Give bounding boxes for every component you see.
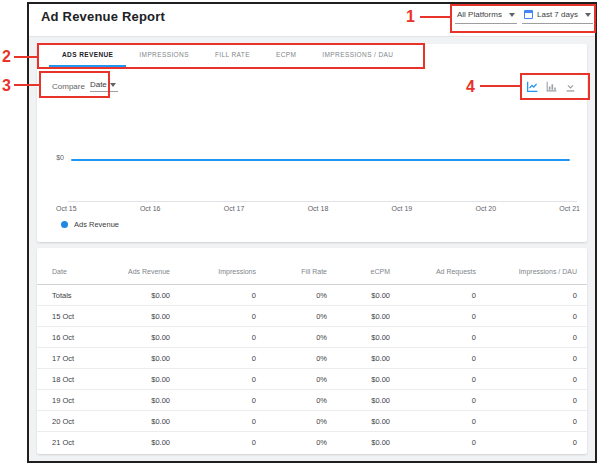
tab-impressions-dau[interactable]: IMPRESSIONS / DAU [309,44,406,67]
chart-type-toolbar [526,80,577,93]
table-cell: 0 [170,438,256,447]
table-cell: $0.00 [327,333,390,342]
compare-label: Compare [52,82,85,91]
table-cell: 0 [476,354,577,363]
annotation-line-4 [480,85,520,87]
annotation-line-2 [14,56,37,58]
table-cell: $0.00 [327,312,390,321]
table-cell: 0 [476,417,577,426]
table-cell: $0.00 [327,375,390,384]
table-cell: 0 [476,396,577,405]
table-cell: $0.00 [327,396,390,405]
annotation-line-3 [14,84,39,86]
compare-dropdown[interactable]: Compare Date [52,80,118,92]
table-cell: 0 [170,354,256,363]
table-cell: 0% [256,333,327,342]
table-cell: 15 Oct [52,312,112,321]
table-header-row: DateAds RevenueImpressionsFill RateeCPMA… [37,248,587,285]
chart-legend: Ads Revenue [61,220,119,229]
table-cell: $0.00 [112,333,170,342]
header-divider [29,36,595,37]
table-cell: 0 [390,375,476,384]
column-header: Fill Rate [256,268,327,284]
table-cell: $0.00 [327,438,390,447]
table-cell: $0.00 [327,417,390,426]
table-cell: 0 [390,312,476,321]
table-cell: $0.00 [327,354,390,363]
chevron-down-icon [585,13,591,17]
report-tabs: ADS REVENUEIMPRESSIONSFILL RATEECPMIMPRE… [37,44,587,67]
table-row: 20 Oct$0.0000%$0.0000 [37,411,587,432]
x-axis-labels: Oct 15Oct 16Oct 17Oct 18Oct 19Oct 20Oct … [56,205,580,212]
line-chart-icon[interactable] [526,80,539,93]
x-axis-label: Oct 15 [56,205,77,212]
chevron-down-icon [110,83,116,87]
table-cell: 0 [390,354,476,363]
bar-chart-icon[interactable] [545,80,558,93]
legend-label: Ads Revenue [74,220,119,229]
x-axis-line [68,201,577,202]
date-range-value: Last 7 days [537,10,578,19]
platform-filter-dropdown[interactable]: All Platforms [455,8,517,24]
x-axis-label: Oct 17 [224,205,245,212]
column-header: Impressions / DAU [476,268,577,284]
table-cell: 0% [256,417,327,426]
table-cell: 20 Oct [52,417,112,426]
table-cell: 0 [170,333,256,342]
page-title: Ad Revenue Report [41,9,165,24]
revenue-series-line [71,159,570,161]
table-cell: 0 [476,291,577,300]
chart-card: ADS REVENUEIMPRESSIONSFILL RATEECPMIMPRE… [37,44,587,242]
column-header: Ads Revenue [112,268,170,284]
table-cell: 18 Oct [52,375,112,384]
report-table-card: DateAds RevenueImpressionsFill RateeCPMA… [37,248,587,454]
table-cell: Totals [52,291,112,300]
table-cell: $0.00 [327,291,390,300]
tab-impressions[interactable]: IMPRESSIONS [126,44,202,67]
table-row: Totals$0.0000%$0.0000 [37,285,587,306]
table-cell: 0 [476,312,577,321]
table-cell: 16 Oct [52,333,112,342]
table-cell: 0 [170,312,256,321]
table-row: 19 Oct$0.0000%$0.0000 [37,390,587,411]
table-cell: 0 [476,375,577,384]
table-cell: 17 Oct [52,354,112,363]
x-axis-label: Oct 20 [475,205,496,212]
tab-ecpm[interactable]: ECPM [263,44,309,67]
tab-ads-revenue[interactable]: ADS REVENUE [49,44,126,67]
column-header: eCPM [327,268,390,284]
table-cell: $0.00 [112,396,170,405]
table-cell: 0 [390,333,476,342]
column-header: Ad Requests [390,268,476,284]
table-body: Totals$0.0000%$0.000015 Oct$0.0000%$0.00… [37,285,587,453]
table-row: 21 Oct$0.0000%$0.0000 [37,432,587,453]
tab-fill-rate[interactable]: FILL RATE [202,44,263,67]
annotation-number-4: 4 [466,79,475,95]
screenshot-canvas: Ad Revenue Report All Platforms Last 7 d… [0,0,600,467]
table-cell: 0% [256,312,327,321]
table-cell: 0 [476,438,577,447]
date-range-dropdown[interactable]: Last 7 days [522,8,593,24]
table-row: 18 Oct$0.0000%$0.0000 [37,369,587,390]
table-cell: $0.00 [112,312,170,321]
table-row: 16 Oct$0.0000%$0.0000 [37,327,587,348]
table-cell: 0 [170,291,256,300]
table-cell: 0% [256,354,327,363]
table-cell: 0 [170,375,256,384]
download-icon[interactable] [564,80,577,93]
table-cell: $0.00 [112,417,170,426]
table-row: 17 Oct$0.0000%$0.0000 [37,348,587,369]
annotation-number-3: 3 [2,78,11,94]
x-axis-label: Oct 19 [392,205,413,212]
table-cell: 0% [256,291,327,300]
x-axis-label: Oct 21 [559,205,580,212]
table-cell: 0% [256,375,327,384]
y-axis-tick-label: $0 [46,154,64,161]
x-axis-label: Oct 16 [140,205,161,212]
calendar-icon [524,10,533,19]
table-cell: 0% [256,396,327,405]
table-cell: 0 [170,417,256,426]
x-axis-label: Oct 18 [308,205,329,212]
table-cell: $0.00 [112,375,170,384]
table-cell: 0 [390,396,476,405]
